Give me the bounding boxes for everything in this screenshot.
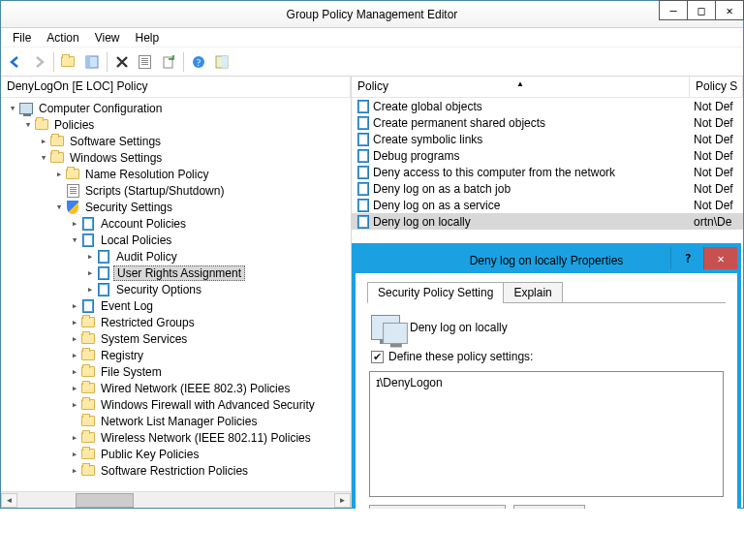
tree-item[interactable]: ▸Software Settings	[1, 133, 351, 149]
tree-item[interactable]: ▸Audit Policy	[1, 248, 351, 264]
policy-row[interactable]: Deny access to this computer from the ne…	[352, 164, 743, 180]
help-button[interactable]: ?	[188, 51, 209, 73]
dialog-close-button[interactable]: ✕	[703, 247, 737, 269]
tree-item[interactable]: Scripts (Startup/Shutdown)	[1, 182, 351, 199]
expand-icon[interactable]: ▸	[69, 332, 80, 345]
tree-item[interactable]: ▾Local Policies	[1, 232, 351, 248]
tree-item[interactable]: ▸Account Policies	[1, 215, 351, 232]
policy-setting: Not Def	[690, 149, 743, 163]
expand-icon[interactable]: ▾	[38, 151, 49, 164]
list-item[interactable]: ɪ\DenyLogon	[376, 376, 717, 389]
expand-icon[interactable]: ▸	[84, 283, 96, 296]
scroll-thumb[interactable]	[76, 493, 134, 508]
policy-row[interactable]: Debug programsNot Def	[352, 147, 743, 164]
policy-setting: Not Def	[690, 100, 743, 113]
expand-icon[interactable]: ▾	[22, 118, 34, 131]
policy-row[interactable]: Deny log on as a batch jobNot Def	[352, 180, 743, 197]
back-button[interactable]	[5, 51, 26, 73]
menu-action[interactable]: Action	[39, 29, 86, 47]
show-tree-button[interactable]	[81, 51, 103, 73]
tree-item[interactable]: ▾Windows Settings	[1, 149, 351, 166]
tree-item[interactable]: ▸File System	[1, 363, 351, 380]
col-policy-setting[interactable]: Policy S	[690, 77, 743, 97]
policy-setting: ortn\De	[690, 215, 743, 229]
tree-hscrollbar[interactable]: ◄ ►	[1, 491, 351, 508]
tree-item[interactable]: ▸Security Options	[1, 281, 351, 297]
tree-item[interactable]: ▸Public Key Policies	[1, 446, 351, 462]
folder-icon	[80, 364, 96, 380]
tree-view[interactable]: ▾Computer Configuration▾Policies▸Softwar…	[1, 98, 351, 491]
tree-item[interactable]: ▸Registry	[1, 347, 351, 363]
forward-button[interactable]	[28, 51, 49, 73]
policy-row[interactable]: Deny log on locallyortn\De	[352, 213, 743, 230]
tree-item[interactable]: ▸Restricted Groups	[1, 314, 351, 330]
dialog-help-button[interactable]: ?	[670, 247, 704, 269]
tree-item[interactable]: ▸Name Resolution Policy	[1, 166, 351, 182]
menu-view[interactable]: View	[87, 29, 128, 47]
expand-icon[interactable]: ▸	[69, 365, 80, 378]
policy-row[interactable]: Create global objectsNot Def	[352, 98, 743, 114]
maximize-button[interactable]: □	[687, 0, 716, 20]
up-button[interactable]	[58, 51, 79, 73]
expand-icon[interactable]: ▾	[7, 102, 18, 114]
tab-explain[interactable]: Explain	[503, 282, 562, 303]
define-settings-label: Define these policy settings:	[388, 350, 533, 363]
expand-icon[interactable]: ▸	[69, 431, 80, 444]
close-button[interactable]: ✕	[715, 0, 744, 20]
minimize-button[interactable]: —	[659, 0, 688, 20]
policy-row[interactable]: Deny log on as a serviceNot Def	[352, 197, 743, 213]
export-button[interactable]	[158, 51, 179, 73]
remove-button[interactable]: Remove	[513, 505, 586, 509]
tree-item[interactable]: ▸System Services	[1, 330, 351, 347]
expand-icon[interactable]: ▸	[69, 316, 80, 328]
tree-item[interactable]: ▸Wireless Network (IEEE 802.11) Policies	[1, 429, 351, 446]
tree-item[interactable]: ▾Policies	[1, 116, 351, 133]
menu-file[interactable]: File	[5, 29, 39, 47]
expand-icon[interactable]: ▸	[84, 266, 96, 279]
scroll-right-icon[interactable]: ►	[334, 493, 351, 508]
expand-icon[interactable]: ▸	[69, 464, 80, 477]
tree-item[interactable]: Network List Manager Policies	[1, 413, 351, 429]
tree-item-label: Scripts (Startup/Shutdown)	[82, 184, 227, 198]
users-listbox[interactable]: ɪ\DenyLogon	[369, 371, 724, 497]
tree-item[interactable]: ▸Wired Network (IEEE 802.3) Policies	[1, 380, 351, 396]
expand-icon[interactable]: ▸	[69, 349, 80, 361]
dialog-titlebar[interactable]: Deny log on locally Properties ? ✕	[356, 247, 737, 273]
tree-item-label: Network List Manager Policies	[98, 415, 260, 428]
tab-security-policy-setting[interactable]: Security Policy Setting	[367, 282, 504, 303]
tree-item[interactable]: ▸Software Restriction Policies	[1, 462, 351, 479]
tree-item[interactable]: ▸Windows Firewall with Advanced Security	[1, 396, 351, 413]
scroll-left-icon[interactable]: ◄	[1, 493, 17, 508]
properties-button[interactable]	[135, 51, 156, 73]
policy-row[interactable]: Create symbolic linksNot Def	[352, 131, 743, 147]
filter-button[interactable]	[211, 51, 232, 73]
expand-icon[interactable]: ▸	[69, 382, 80, 394]
tree-item[interactable]: ▸User Rights Assignment	[1, 264, 351, 281]
policy-name: Deny log on locally	[373, 215, 471, 229]
tree-item[interactable]: ▾Computer Configuration	[1, 100, 351, 116]
book-icon	[80, 216, 96, 232]
menu-help[interactable]: Help	[128, 29, 168, 47]
tree-item-label: User Rights Assignment	[113, 265, 245, 281]
expand-icon[interactable]: ▸	[69, 217, 80, 230]
add-user-button[interactable]: Add User or Group...	[369, 505, 506, 509]
expand-icon[interactable]: ▸	[53, 168, 65, 180]
col-policy[interactable]: Policy▲	[352, 77, 690, 97]
expand-icon[interactable]: ▸	[38, 135, 49, 147]
details-header[interactable]: Policy▲ Policy S	[352, 77, 743, 98]
tree-item-label: Restricted Groups	[98, 316, 198, 329]
tree-item[interactable]: ▾Security Settings	[1, 199, 351, 215]
policy-row[interactable]: Create permanent shared objectsNot Def	[352, 114, 743, 131]
delete-button[interactable]	[111, 51, 133, 73]
define-settings-checkbox[interactable]: ✔	[371, 351, 384, 363]
folder-icon	[80, 397, 96, 413]
expand-icon[interactable]: ▸	[69, 448, 80, 460]
expand-icon[interactable]: ▸	[69, 299, 80, 312]
folder-icon	[80, 315, 96, 330]
folder-icon	[80, 381, 96, 396]
expand-icon[interactable]: ▸	[84, 250, 96, 263]
expand-icon[interactable]: ▾	[69, 233, 80, 246]
tree-item[interactable]: ▸Event Log	[1, 297, 351, 314]
expand-icon[interactable]: ▸	[69, 398, 80, 411]
expand-icon[interactable]: ▾	[53, 201, 65, 213]
